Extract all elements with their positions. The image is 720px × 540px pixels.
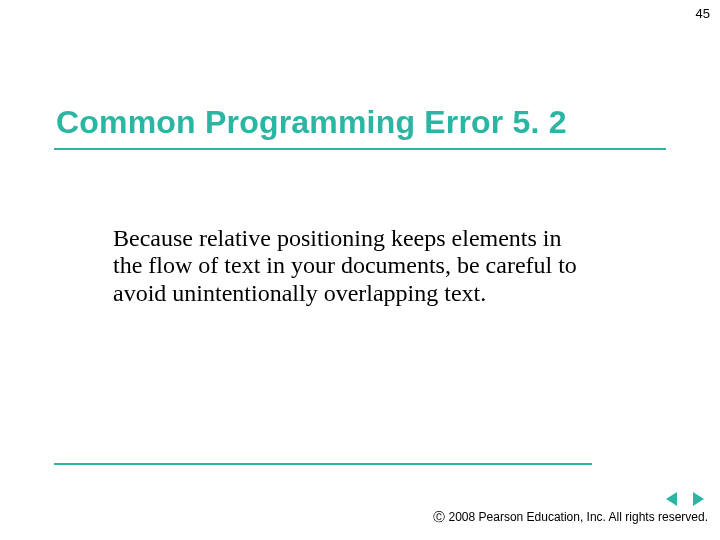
copyright: Ⓒ 2008 Pearson Education, Inc. All right… <box>433 509 708 526</box>
bottom-rule <box>54 463 592 465</box>
triangle-left-icon <box>664 491 680 507</box>
body-text: Because relative positioning keeps eleme… <box>113 225 583 307</box>
prev-button[interactable] <box>662 490 682 508</box>
page-number: 45 <box>696 6 710 21</box>
slide: 45 Common Programming Error 5. 2 Because… <box>0 0 720 540</box>
slide-title: Common Programming Error 5. 2 <box>56 104 567 141</box>
title-underline <box>54 148 666 150</box>
svg-marker-0 <box>666 492 677 506</box>
next-button[interactable] <box>688 490 708 508</box>
svg-marker-1 <box>693 492 704 506</box>
triangle-right-icon <box>690 491 706 507</box>
nav-controls <box>662 490 708 508</box>
